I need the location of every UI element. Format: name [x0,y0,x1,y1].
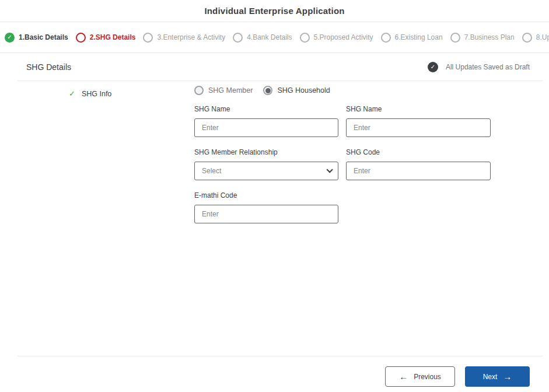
footer-actions: ← Previous Next → [0,356,549,387]
step-label: 4.Bank Details [247,33,292,41]
field-shg-name-1: SHG Name [194,105,338,137]
field-grid: SHG Name SHG Name SHG Member Relationshi… [194,105,492,223]
radio-shg-household[interactable]: SHG Household [263,86,330,95]
arrow-right-icon: → [503,372,512,381]
step-circle-icon [233,33,243,43]
step-label: 3.Enterprise & Activity [157,33,225,41]
stepper-step-proposed-activity[interactable]: 5.Proposed Activity [300,33,373,43]
chevron-down-icon [326,166,333,173]
content: ✓ SHG Info SHG Member SHG Household SHG … [0,81,549,356]
check-icon: ✓ [69,89,75,98]
field-shg-name-2: SHG Name [346,105,491,137]
shg-code-input[interactable] [346,162,491,180]
field-label: SHG Code [346,148,491,156]
sidebar-item-label: SHG Info [82,90,111,98]
step-label: 2.SHG Details [90,33,136,41]
saved-check-icon: ✓ [428,62,438,72]
stepper-step-upload-document[interactable]: 8.Upload Document [522,33,549,43]
app-header: Individual Enterprise Application [0,0,549,22]
stepper-step-shg-details[interactable]: 2.SHG Details [76,33,136,43]
field-label: E-mathi Code [194,191,338,200]
arrow-left-icon: ← [399,372,408,381]
section-header: SHG Details ✓ All Updates Saved as Draft [0,53,549,80]
radio-label: SHG Household [277,86,330,94]
shg-name-input-1[interactable] [194,118,338,137]
shg-member-relationship-select[interactable]: Select [194,162,338,180]
stepper-step-basic-details[interactable]: ✓ 1.Basic Details [5,33,68,43]
step-circle-icon [450,33,460,43]
step-circle-icon [76,33,86,43]
next-button[interactable]: Next → [465,366,530,387]
next-button-label: Next [483,373,498,381]
step-done-check-icon: ✓ [5,33,15,43]
step-circle-icon [381,33,391,43]
section-title: SHG Details [26,62,71,72]
draft-status-text: All Updates Saved as Draft [446,63,530,71]
emathi-code-input[interactable] [194,205,338,223]
step-circle-icon [522,33,532,43]
step-circle-icon [143,33,153,43]
previous-button-label: Previous [414,373,441,381]
radio-shg-member[interactable]: SHG Member [194,86,253,95]
radio-selected-icon [263,86,272,95]
radio-unselected-icon [194,86,204,95]
shg-name-input-2[interactable] [346,118,491,137]
shg-form: SHG Member SHG Household SHG Name SHG Na… [194,81,492,223]
stepper-step-existing-loan[interactable]: 6.Existing Loan [381,33,443,43]
field-label: SHG Member Relationship [194,148,338,156]
sidebar-item-shg-info[interactable]: ✓ SHG Info [69,89,111,98]
radio-label: SHG Member [208,86,253,94]
step-label: 6.Existing Loan [395,33,443,41]
field-shg-member-relationship: SHG Member Relationship Select [194,148,338,180]
field-label: SHG Name [194,105,338,113]
step-label: 1.Basic Details [19,33,68,41]
field-emathi-code: E-mathi Code [194,191,338,223]
step-circle-icon [300,33,310,43]
shg-type-radio-group: SHG Member SHG Household [194,86,492,95]
step-label: 8.Upload Document [536,33,549,41]
previous-button[interactable]: ← Previous [385,366,455,387]
draft-status: ✓ All Updates Saved as Draft [428,62,530,72]
step-label: 5.Proposed Activity [314,33,373,41]
stepper: ✓ 1.Basic Details 2.SHG Details 3.Enterp… [0,22,549,53]
stepper-step-business-plan[interactable]: 7.Business Plan [450,33,515,43]
field-shg-code: SHG Code [346,148,491,180]
select-placeholder: Select [202,167,221,175]
stepper-step-bank-details[interactable]: 4.Bank Details [233,33,292,43]
page-title: Individual Enterprise Application [204,6,344,16]
step-label: 7.Business Plan [464,33,515,41]
field-label: SHG Name [346,105,491,113]
stepper-step-enterprise-activity[interactable]: 3.Enterprise & Activity [143,33,225,43]
